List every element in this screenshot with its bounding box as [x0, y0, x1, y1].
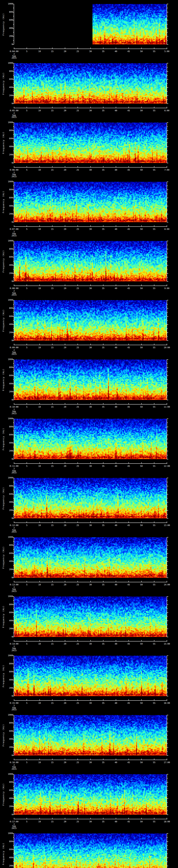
y-axis-right-tick — [167, 845, 168, 846]
y-tick-label: 400 — [4, 323, 13, 325]
y-axis-tick — [13, 802, 14, 803]
y-axis-right-tick — [167, 99, 168, 100]
y-axis-right-tick — [167, 91, 168, 92]
y-axis-right-tick — [167, 502, 168, 502]
x-axis-tick — [78, 699, 78, 700]
y-tick-label: 1000 — [4, 121, 13, 123]
y-axis-right-tick — [167, 130, 168, 131]
x-tick-label: 20 — [58, 584, 72, 586]
x-tick-label: 50 — [134, 584, 149, 586]
x-axis-tick — [90, 344, 91, 345]
y-tick-label: 1000 — [4, 299, 13, 301]
x-axis-tick — [14, 758, 14, 760]
x-axis-line — [14, 463, 167, 464]
x-tick-label: 50 — [134, 228, 149, 230]
x-tick-label: 5 — [20, 702, 34, 704]
x-end-time-label: 14:00 — [159, 584, 174, 586]
y-axis-right-tick — [167, 194, 168, 194]
x-axis-tick — [90, 522, 91, 523]
y-tick-label: 200 — [4, 805, 13, 807]
y-axis-tick — [13, 261, 14, 261]
x-axis-tick — [128, 48, 129, 49]
y-axis-right-tick — [167, 439, 168, 439]
y-axis-right-tick — [167, 574, 168, 574]
y-axis-right-tick — [167, 755, 168, 756]
y-axis-right-tick — [167, 802, 168, 803]
y-axis-right-tick — [167, 774, 168, 774]
date-label-line: 2015 — [4, 531, 24, 533]
y-axis-right-tick — [167, 629, 168, 629]
y-axis-right-tick — [167, 455, 168, 455]
y-tick-label: 800 — [4, 603, 13, 606]
y-axis-right-tick — [167, 490, 168, 490]
x-tick-label: 10 — [32, 50, 47, 53]
y-axis-right-tick — [167, 782, 168, 782]
y-axis-right-tick — [167, 147, 168, 147]
y-axis-right-tick — [167, 684, 168, 684]
x-tick-label: 40 — [109, 110, 123, 112]
y-axis-tick — [13, 676, 14, 676]
x-axis-tick — [78, 225, 78, 226]
x-axis-tick — [52, 403, 53, 404]
x-axis-tick — [116, 284, 116, 286]
x-tick-label: 20 — [58, 762, 72, 764]
y-axis-tick — [13, 210, 14, 210]
x-tick-label: 35 — [96, 820, 111, 823]
x-axis-tick — [154, 166, 154, 167]
x-tick-label: 30 — [83, 820, 98, 823]
y-axis-right-tick — [167, 743, 168, 744]
x-axis-tick — [27, 166, 27, 167]
y-tick-label: 1000 — [4, 714, 13, 716]
y-axis-right-tick — [167, 261, 168, 261]
y-axis-tick — [13, 447, 14, 447]
y-axis-tick — [13, 616, 14, 617]
y-axis-tick — [13, 778, 14, 778]
y-tick-label: 400 — [4, 620, 13, 622]
y-tick-label: 600 — [4, 19, 13, 21]
y-tick-label: 0 — [4, 399, 13, 401]
x-axis-tick — [65, 48, 65, 49]
x-axis-tick — [65, 581, 65, 582]
x-tick-label: 15 — [45, 702, 60, 704]
y-axis-right-tick — [167, 400, 168, 400]
y-axis-tick — [13, 609, 14, 609]
x-tick-label: 30 — [83, 287, 98, 289]
x-axis-tick — [103, 818, 103, 819]
y-axis-right-tick — [167, 625, 168, 625]
x-tick-label: 40 — [109, 820, 123, 823]
x-axis-line — [14, 108, 167, 108]
x-axis-tick — [128, 581, 129, 582]
y-tick-label: 400 — [4, 738, 13, 740]
x-axis-tick — [39, 284, 40, 286]
x-tick-label: 50 — [134, 524, 149, 526]
x-axis-tick — [90, 699, 91, 700]
spectrogram-panel: 020040060080010000:06:005101520253035404… — [0, 119, 178, 178]
y-axis-right-tick — [167, 122, 168, 123]
y-axis-right-tick — [167, 40, 168, 41]
y-axis-right-tick — [167, 304, 168, 305]
y-axis-tick — [13, 854, 14, 854]
x-tick-label: 50 — [134, 50, 149, 53]
x-axis-tick — [154, 284, 154, 286]
y-axis-right-tick — [167, 688, 168, 688]
x-tick-label: 40 — [109, 228, 123, 230]
y-axis-tick — [13, 600, 14, 601]
x-tick-label: 35 — [96, 762, 111, 764]
x-tick-label: 55 — [147, 702, 161, 704]
x-axis-tick — [90, 225, 91, 226]
y-tick-label: 600 — [4, 78, 13, 80]
date-label-line: 2015 — [4, 57, 24, 59]
x-tick-label: 30 — [83, 346, 98, 349]
y-axis-right-tick — [167, 206, 168, 206]
date-label-line: 2015 — [4, 827, 24, 829]
y-axis-right-tick — [167, 333, 168, 333]
date-label-line: 2015 — [4, 709, 24, 711]
y-axis-right-tick — [167, 336, 168, 337]
x-axis-tick — [39, 225, 40, 226]
y-axis-tick — [13, 126, 14, 127]
x-tick-label: 20 — [58, 406, 72, 408]
y-axis-right-tick — [167, 833, 168, 834]
y-axis-right-tick — [167, 210, 168, 210]
x-axis-tick — [116, 818, 116, 819]
y-tick-label: 1000 — [4, 654, 13, 656]
